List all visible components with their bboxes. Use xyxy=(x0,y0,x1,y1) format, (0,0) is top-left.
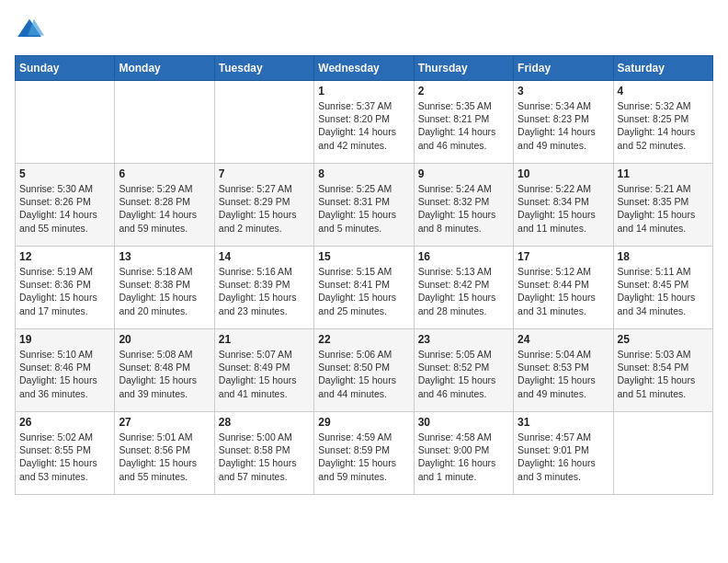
day-info: Sunrise: 5:05 AM Sunset: 8:52 PM Dayligh… xyxy=(418,348,509,400)
day-info: Sunrise: 5:37 AM Sunset: 8:20 PM Dayligh… xyxy=(318,99,409,152)
calendar-cell: 4Sunrise: 5:32 AM Sunset: 8:25 PM Daylig… xyxy=(613,81,712,164)
calendar-cell: 15Sunrise: 5:15 AM Sunset: 8:41 PM Dayli… xyxy=(314,247,414,329)
calendar-cell: 24Sunrise: 5:04 AM Sunset: 8:53 PM Dayli… xyxy=(514,329,613,412)
calendar-cell: 21Sunrise: 5:07 AM Sunset: 8:49 PM Dayli… xyxy=(214,329,313,412)
calendar-cell: 3Sunrise: 5:34 AM Sunset: 8:23 PM Daylig… xyxy=(514,81,613,164)
calendar-cell xyxy=(16,81,115,164)
week-row: 19Sunrise: 5:10 AM Sunset: 8:46 PM Dayli… xyxy=(16,329,713,412)
calendar-cell: 16Sunrise: 5:13 AM Sunset: 8:42 PM Dayli… xyxy=(414,247,513,329)
day-info: Sunrise: 5:15 AM Sunset: 8:41 PM Dayligh… xyxy=(318,265,409,317)
day-info: Sunrise: 5:16 AM Sunset: 8:39 PM Dayligh… xyxy=(219,265,310,317)
calendar-cell: 17Sunrise: 5:12 AM Sunset: 8:44 PM Dayli… xyxy=(514,247,613,329)
day-number: 30 xyxy=(418,416,509,429)
day-number: 28 xyxy=(219,416,310,429)
header-monday: Monday xyxy=(115,56,214,81)
header-sunday: Sunday xyxy=(16,56,115,81)
day-info: Sunrise: 5:22 AM Sunset: 8:34 PM Dayligh… xyxy=(518,182,609,235)
calendar-cell: 2Sunrise: 5:35 AM Sunset: 8:21 PM Daylig… xyxy=(414,81,513,164)
calendar-cell: 10Sunrise: 5:22 AM Sunset: 8:34 PM Dayli… xyxy=(514,164,613,247)
day-number: 3 xyxy=(518,85,609,98)
calendar-cell: 20Sunrise: 5:08 AM Sunset: 8:48 PM Dayli… xyxy=(115,329,214,412)
day-number: 27 xyxy=(119,416,210,429)
calendar-cell: 1Sunrise: 5:37 AM Sunset: 8:20 PM Daylig… xyxy=(314,81,414,164)
calendar-cell: 22Sunrise: 5:06 AM Sunset: 8:50 PM Dayli… xyxy=(314,329,414,412)
logo-icon xyxy=(15,15,44,44)
calendar-cell xyxy=(613,412,712,495)
day-number: 24 xyxy=(518,333,609,346)
day-number: 18 xyxy=(618,250,709,263)
day-number: 11 xyxy=(618,167,709,180)
calendar-cell: 14Sunrise: 5:16 AM Sunset: 8:39 PM Dayli… xyxy=(214,247,313,329)
day-info: Sunrise: 4:57 AM Sunset: 9:01 PM Dayligh… xyxy=(518,431,609,483)
day-number: 7 xyxy=(219,167,310,180)
header-thursday: Thursday xyxy=(414,56,513,81)
day-info: Sunrise: 5:01 AM Sunset: 8:56 PM Dayligh… xyxy=(119,431,210,483)
calendar-cell: 30Sunrise: 4:58 AM Sunset: 9:00 PM Dayli… xyxy=(414,412,513,495)
day-number: 17 xyxy=(518,250,609,263)
day-number: 5 xyxy=(19,167,110,180)
day-info: Sunrise: 5:29 AM Sunset: 8:28 PM Dayligh… xyxy=(119,182,210,235)
day-info: Sunrise: 5:13 AM Sunset: 8:42 PM Dayligh… xyxy=(418,265,509,317)
day-info: Sunrise: 5:18 AM Sunset: 8:38 PM Dayligh… xyxy=(119,265,210,317)
calendar-cell: 25Sunrise: 5:03 AM Sunset: 8:54 PM Dayli… xyxy=(613,329,712,412)
calendar-header-row: SundayMondayTuesdayWednesdayThursdayFrid… xyxy=(16,56,713,81)
day-info: Sunrise: 5:35 AM Sunset: 8:21 PM Dayligh… xyxy=(418,99,509,152)
day-info: Sunrise: 5:34 AM Sunset: 8:23 PM Dayligh… xyxy=(518,99,609,152)
calendar-cell: 28Sunrise: 5:00 AM Sunset: 8:58 PM Dayli… xyxy=(214,412,313,495)
day-number: 29 xyxy=(318,416,409,429)
header-saturday: Saturday xyxy=(613,56,712,81)
day-number: 22 xyxy=(318,333,409,346)
day-number: 13 xyxy=(119,250,210,263)
day-number: 26 xyxy=(19,416,110,429)
calendar-cell: 13Sunrise: 5:18 AM Sunset: 8:38 PM Dayli… xyxy=(115,247,214,329)
calendar-cell: 29Sunrise: 4:59 AM Sunset: 8:59 PM Dayli… xyxy=(314,412,414,495)
calendar-cell: 12Sunrise: 5:19 AM Sunset: 8:36 PM Dayli… xyxy=(16,247,115,329)
day-number: 2 xyxy=(418,85,509,98)
day-info: Sunrise: 4:58 AM Sunset: 9:00 PM Dayligh… xyxy=(418,431,509,483)
day-number: 20 xyxy=(119,333,210,346)
day-number: 23 xyxy=(418,333,509,346)
day-number: 6 xyxy=(119,167,210,180)
logo xyxy=(15,15,48,44)
day-number: 4 xyxy=(618,85,709,98)
calendar-cell xyxy=(214,81,313,164)
day-info: Sunrise: 5:25 AM Sunset: 8:31 PM Dayligh… xyxy=(318,182,409,235)
day-info: Sunrise: 5:10 AM Sunset: 8:46 PM Dayligh… xyxy=(19,348,110,400)
day-number: 1 xyxy=(318,85,409,98)
day-number: 25 xyxy=(618,333,709,346)
day-number: 15 xyxy=(318,250,409,263)
day-number: 21 xyxy=(219,333,310,346)
calendar-cell: 6Sunrise: 5:29 AM Sunset: 8:28 PM Daylig… xyxy=(115,164,214,247)
day-info: Sunrise: 5:08 AM Sunset: 8:48 PM Dayligh… xyxy=(119,348,210,400)
week-row: 12Sunrise: 5:19 AM Sunset: 8:36 PM Dayli… xyxy=(16,247,713,329)
calendar-cell: 11Sunrise: 5:21 AM Sunset: 8:35 PM Dayli… xyxy=(613,164,712,247)
week-row: 1Sunrise: 5:37 AM Sunset: 8:20 PM Daylig… xyxy=(16,81,713,164)
header-wednesday: Wednesday xyxy=(314,56,414,81)
day-info: Sunrise: 5:19 AM Sunset: 8:36 PM Dayligh… xyxy=(19,265,110,317)
page-header xyxy=(15,15,713,44)
header-tuesday: Tuesday xyxy=(214,56,313,81)
calendar-cell: 31Sunrise: 4:57 AM Sunset: 9:01 PM Dayli… xyxy=(514,412,613,495)
calendar-cell: 8Sunrise: 5:25 AM Sunset: 8:31 PM Daylig… xyxy=(314,164,414,247)
day-number: 16 xyxy=(418,250,509,263)
day-number: 19 xyxy=(19,333,110,346)
day-number: 12 xyxy=(19,250,110,263)
day-info: Sunrise: 5:12 AM Sunset: 8:44 PM Dayligh… xyxy=(518,265,609,317)
week-row: 5Sunrise: 5:30 AM Sunset: 8:26 PM Daylig… xyxy=(16,164,713,247)
day-info: Sunrise: 5:30 AM Sunset: 8:26 PM Dayligh… xyxy=(19,182,110,235)
calendar-cell: 18Sunrise: 5:11 AM Sunset: 8:45 PM Dayli… xyxy=(613,247,712,329)
day-number: 8 xyxy=(318,167,409,180)
header-friday: Friday xyxy=(514,56,613,81)
day-number: 9 xyxy=(418,167,509,180)
day-info: Sunrise: 5:03 AM Sunset: 8:54 PM Dayligh… xyxy=(618,348,709,400)
calendar: SundayMondayTuesdayWednesdayThursdayFrid… xyxy=(15,55,713,495)
day-info: Sunrise: 5:11 AM Sunset: 8:45 PM Dayligh… xyxy=(618,265,709,317)
calendar-cell: 26Sunrise: 5:02 AM Sunset: 8:55 PM Dayli… xyxy=(16,412,115,495)
day-info: Sunrise: 5:27 AM Sunset: 8:29 PM Dayligh… xyxy=(219,182,310,235)
calendar-cell xyxy=(115,81,214,164)
calendar-cell: 19Sunrise: 5:10 AM Sunset: 8:46 PM Dayli… xyxy=(16,329,115,412)
day-info: Sunrise: 5:02 AM Sunset: 8:55 PM Dayligh… xyxy=(19,431,110,483)
day-info: Sunrise: 5:32 AM Sunset: 8:25 PM Dayligh… xyxy=(618,99,709,152)
day-number: 31 xyxy=(518,416,609,429)
calendar-cell: 27Sunrise: 5:01 AM Sunset: 8:56 PM Dayli… xyxy=(115,412,214,495)
